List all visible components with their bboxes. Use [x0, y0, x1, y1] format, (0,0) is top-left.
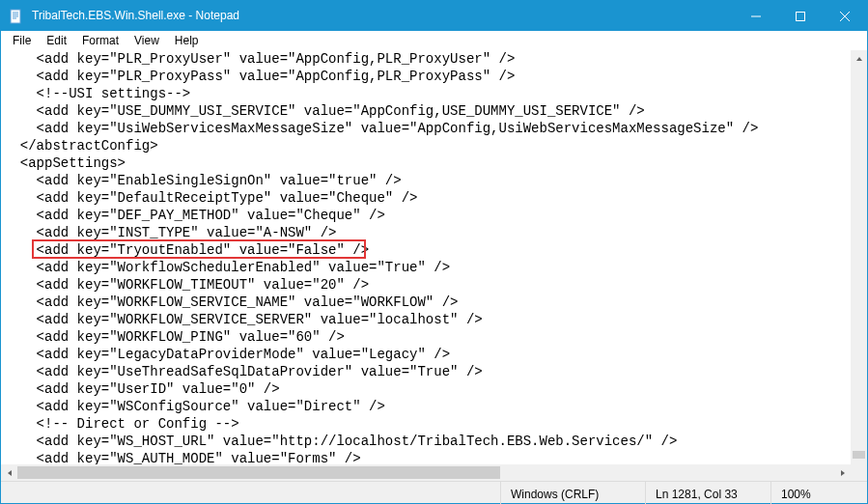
hscroll-thumb[interactable]: [17, 466, 500, 479]
vertical-scrollbar[interactable]: [851, 50, 867, 464]
menu-view[interactable]: View: [126, 32, 167, 49]
text-line[interactable]: <add key="TryoutEnabled" value="False" /…: [4, 241, 864, 259]
svg-marker-12: [841, 470, 845, 476]
scroll-up-arrow-icon[interactable]: [851, 50, 867, 67]
close-button[interactable]: [823, 1, 867, 31]
text-line[interactable]: <appSettings>: [4, 154, 864, 172]
minimize-button[interactable]: [734, 1, 778, 31]
notepad-window: TribalTech.EBS.Win.Shell.exe - Notepad F…: [0, 0, 868, 504]
content-area: <add key="PLR_ProxyUser" value="AppConfi…: [1, 50, 867, 481]
text-line[interactable]: <!-- Direct or Config -->: [4, 415, 864, 433]
text-line[interactable]: <add key="WORKFLOW_PING" value="60" />: [4, 328, 864, 346]
text-line[interactable]: <add key="WS_AUTH_MODE" value="Forms" />: [4, 450, 864, 464]
text-line[interactable]: <add key="WORKFLOW_TIMEOUT" value="20" /…: [4, 276, 864, 294]
text-line[interactable]: <add key="EnableSingleSignOn" value="tru…: [4, 172, 864, 189]
maximize-button[interactable]: [778, 1, 823, 31]
text-line[interactable]: <add key="PLR_ProxyPass" value="AppConfi…: [4, 68, 864, 85]
text-line[interactable]: <add key="WORKFLOW_SERVICE_NAME" value="…: [4, 294, 864, 311]
menu-edit[interactable]: Edit: [39, 32, 74, 49]
text-editor[interactable]: <add key="PLR_ProxyUser" value="AppConfi…: [1, 50, 867, 464]
text-line[interactable]: <add key="INST_TYPE" value="A-NSW" />: [4, 224, 864, 241]
text-line[interactable]: <add key="WorkflowSchedulerEnabled" valu…: [4, 259, 864, 276]
svg-marker-11: [8, 470, 12, 476]
text-line[interactable]: </abstractConfig>: [4, 137, 864, 154]
text-line[interactable]: <add key="WORKFLOW_SERVICE_SERVER" value…: [4, 311, 864, 328]
text-line[interactable]: <add key="WS_HOST_URL" value="http://loc…: [4, 433, 864, 450]
horizontal-scrollbar[interactable]: [1, 464, 851, 481]
text-line[interactable]: <add key="WSConfigSource" value="Direct"…: [4, 398, 864, 415]
statusbar: Windows (CRLF) Ln 1281, Col 33 100%: [1, 481, 867, 503]
text-line[interactable]: <add key="LegacyDataProviderMode" value=…: [4, 346, 864, 363]
text-line[interactable]: <add key="UserID" value="0" />: [4, 380, 864, 398]
hscroll-track[interactable]: [17, 464, 834, 481]
text-line[interactable]: <add key="UsiWebServicesMaxMessageSize" …: [4, 120, 864, 137]
status-line-ending: Windows (CRLF): [500, 482, 645, 504]
text-line[interactable]: <add key="UseThreadSafeSqlDataProvider" …: [4, 363, 864, 380]
menu-file[interactable]: File: [5, 32, 39, 49]
scroll-left-arrow-icon[interactable]: [1, 464, 17, 481]
window-title: TribalTech.EBS.Win.Shell.exe - Notepad: [32, 1, 734, 31]
notepad-app-icon: [9, 9, 24, 24]
menubar: File Edit Format View Help: [1, 31, 867, 50]
text-line[interactable]: <add key="DEF_PAY_METHOD" value="Cheque"…: [4, 207, 864, 224]
text-line[interactable]: <!--USI settings-->: [4, 85, 864, 102]
scroll-corner: [851, 464, 867, 481]
titlebar[interactable]: TribalTech.EBS.Win.Shell.exe - Notepad: [1, 1, 867, 31]
vscroll-track[interactable]: [851, 67, 867, 448]
status-caret-pos: Ln 1281, Col 33: [645, 482, 770, 504]
svg-marker-9: [856, 57, 862, 61]
vscroll-thumb[interactable]: [853, 451, 865, 459]
scroll-right-arrow-icon[interactable]: [834, 464, 851, 481]
text-line[interactable]: <add key="USE_DUMMY_USI_SERVICE" value="…: [4, 102, 864, 120]
menu-format[interactable]: Format: [74, 32, 126, 49]
svg-rect-6: [797, 12, 805, 20]
text-line[interactable]: <add key="PLR_ProxyUser" value="AppConfi…: [4, 50, 864, 68]
menu-help[interactable]: Help: [167, 32, 207, 49]
status-zoom: 100%: [770, 482, 867, 504]
window-controls: [734, 1, 867, 31]
text-line[interactable]: <add key="DefaultReceiptType" value="Che…: [4, 189, 864, 207]
status-spacer: [1, 482, 500, 503]
